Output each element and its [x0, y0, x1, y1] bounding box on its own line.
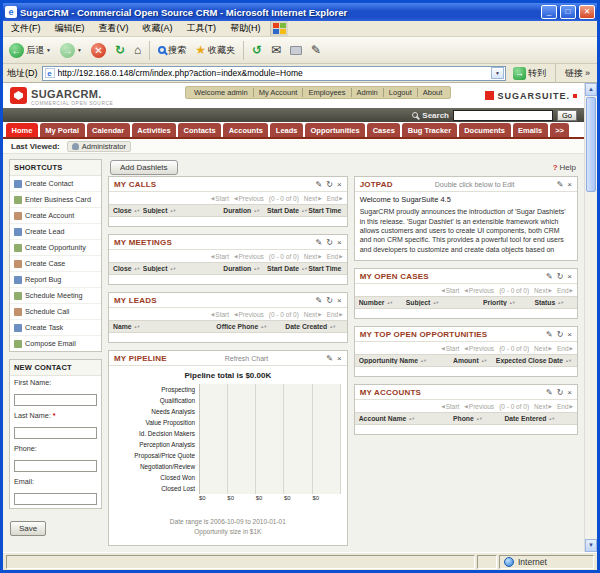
pagination-start[interactable]: ◀Start [441, 345, 459, 352]
back-dropdown-icon[interactable]: ▼ [46, 47, 51, 53]
sugarcrm-logo[interactable]: SUGARCRM. COMMERCIAL OPEN SOURCE [31, 85, 113, 107]
column-header-close[interactable]: Close▲▼ [113, 265, 143, 272]
shortcut-create-task[interactable]: Create Task [10, 320, 101, 336]
menu-favorites[interactable]: 收藏(A) [136, 21, 180, 36]
menu-view[interactable]: 查看(V) [92, 21, 136, 36]
close-dashlet-icon[interactable]: × [337, 181, 342, 189]
shortcut-enter-business-card[interactable]: Enter Business Card [10, 192, 101, 208]
nav-admin[interactable]: Admin [351, 88, 383, 97]
close-button[interactable]: ✕ [579, 5, 595, 19]
tab-my-portal[interactable]: My Portal [40, 123, 85, 137]
edit-dashlet-icon[interactable]: ✎ [546, 331, 553, 339]
tab-accounts[interactable]: Accounts [223, 123, 268, 137]
menu-help[interactable]: 帮助(H) [223, 21, 268, 36]
column-header-account-name[interactable]: Account Name▲▼ [359, 415, 453, 422]
pagination-next[interactable]: Next▶ [534, 287, 552, 294]
refresh-button[interactable]: ↻ [112, 43, 128, 57]
edit-dashlet-icon[interactable]: ✎ [546, 389, 553, 397]
edit-dashlet-icon[interactable]: ✎ [316, 181, 323, 189]
tab-calendar[interactable]: Calendar [87, 123, 130, 137]
column-header-date-entered[interactable]: Date Entered▲▼ [504, 415, 573, 422]
pagination-previous[interactable]: ◀Previous [234, 195, 264, 202]
address-input[interactable] [58, 68, 488, 78]
nav-employees[interactable]: Employees [302, 88, 350, 97]
shortcut-schedule-call[interactable]: Schedule Call [10, 304, 101, 320]
column-header-amount[interactable]: Amount▲▼ [453, 357, 496, 364]
refresh-dashlet-icon[interactable]: ↻ [326, 239, 333, 247]
edit-dashlet-icon[interactable]: ✎ [557, 181, 564, 189]
pagination-previous[interactable]: ◀Previous [234, 253, 264, 260]
close-dashlet-icon[interactable]: × [337, 355, 342, 363]
vertical-scrollbar[interactable]: ▲ ▼ [584, 83, 597, 552]
column-header-close[interactable]: Close▲▼ [113, 207, 143, 214]
minimize-button[interactable]: _ [541, 5, 557, 19]
tab-home[interactable]: Home [6, 123, 38, 137]
edit-dashlet-icon[interactable]: ✎ [546, 273, 553, 281]
shortcut-create-account[interactable]: Create Account [10, 208, 101, 224]
column-header-start-time[interactable]: Start Time▲▼ [308, 265, 342, 272]
email-input[interactable] [14, 493, 97, 505]
mail-button[interactable]: ✉ [268, 43, 284, 57]
menu-file[interactable]: 文件(F) [4, 21, 48, 36]
refresh-dashlet-icon[interactable]: ↻ [326, 297, 333, 305]
phone-input[interactable] [14, 460, 97, 472]
nav-about[interactable]: About [417, 88, 448, 97]
go-button[interactable]: → 转到 [510, 66, 549, 81]
pagination-start[interactable]: ◀Start [441, 403, 459, 410]
help-link[interactable]: ? Help [553, 163, 576, 172]
jotpad-content[interactable]: Welcome to SugarSuite 4.5 SugarCRM proud… [355, 192, 577, 260]
shortcut-schedule-meeting[interactable]: Schedule Meeting [10, 288, 101, 304]
refresh-dashlet-icon[interactable]: ↻ [557, 389, 564, 397]
pagination-next[interactable]: Next▶ [304, 253, 322, 260]
column-header-start-time[interactable]: Start Time▲▼ [308, 207, 342, 214]
scrollbar-track[interactable] [585, 193, 597, 539]
favorites-button[interactable]: ★ 收藏夹 [192, 43, 238, 58]
pagination-previous[interactable]: ◀Previous [464, 403, 494, 410]
column-header-number[interactable]: Number▲▼ [359, 299, 406, 306]
pagination-next[interactable]: Next▶ [304, 311, 322, 318]
close-dashlet-icon[interactable]: × [567, 273, 572, 281]
pagination-next[interactable]: Next▶ [534, 345, 552, 352]
save-button[interactable]: Save [10, 521, 46, 536]
column-header-expected-close-date[interactable]: Expected Close Date▲▼ [496, 357, 573, 364]
edit-button[interactable]: ✎ [308, 43, 324, 57]
links-button[interactable]: 链接 » [562, 66, 593, 81]
pagination-next[interactable]: Next▶ [304, 195, 322, 202]
column-header-subject[interactable]: Subject▲▼ [143, 207, 223, 214]
shortcut-create-contact[interactable]: Create Contact [10, 176, 101, 192]
column-header-start-date[interactable]: Start Date▲▼ [267, 207, 308, 214]
maximize-button[interactable]: □ [560, 5, 576, 19]
close-dashlet-icon[interactable]: × [567, 181, 572, 189]
last-name-input[interactable] [14, 427, 97, 439]
scrollbar-thumb[interactable] [586, 97, 596, 192]
pagination-end[interactable]: End▶ [327, 195, 343, 202]
column-header-priority[interactable]: Priority▲▼ [483, 299, 534, 306]
tab-activities[interactable]: Activities [132, 123, 176, 137]
tab-opportunities[interactable]: Opportunities [305, 123, 365, 137]
pagination-end[interactable]: End▶ [557, 287, 573, 294]
tab-contacts[interactable]: Contacts [178, 123, 221, 137]
pagination-start[interactable]: ◀Start [211, 195, 229, 202]
tab-more[interactable]: >> [550, 123, 570, 137]
tab-documents[interactable]: Documents [459, 123, 511, 137]
last-viewed-item[interactable]: Administrator [67, 141, 131, 152]
column-header-opportunity-name[interactable]: Opportunity Name▲▼ [359, 357, 453, 364]
column-header-date-created[interactable]: Date Created▲▼ [285, 323, 342, 330]
column-header-start-date[interactable]: Start Date▲▼ [267, 265, 308, 272]
column-header-phone[interactable]: Phone▲▼ [453, 415, 504, 422]
column-header-status[interactable]: Status▲▼ [534, 299, 573, 306]
sugar-search-input[interactable] [453, 110, 553, 121]
pagination-start[interactable]: ◀Start [211, 311, 229, 318]
home-button[interactable]: ⌂ [131, 43, 144, 57]
pagination-start[interactable]: ◀Start [441, 287, 459, 294]
shortcut-create-opportunity[interactable]: Create Opportunity [10, 240, 101, 256]
shortcut-report-bug[interactable]: Report Bug [10, 272, 101, 288]
pagination-end[interactable]: End▶ [557, 403, 573, 410]
column-header-subject[interactable]: Subject▲▼ [406, 299, 483, 306]
add-dashlets-button[interactable]: Add Dashlets [110, 160, 178, 175]
back-button[interactable]: ← 后退 ▼ [6, 42, 54, 59]
pagination-end[interactable]: End▶ [327, 311, 343, 318]
shortcut-compose-email[interactable]: Compose Email [10, 336, 101, 351]
column-header-subject[interactable]: Subject▲▼ [143, 265, 223, 272]
search-button[interactable]: 搜索 [155, 43, 189, 58]
